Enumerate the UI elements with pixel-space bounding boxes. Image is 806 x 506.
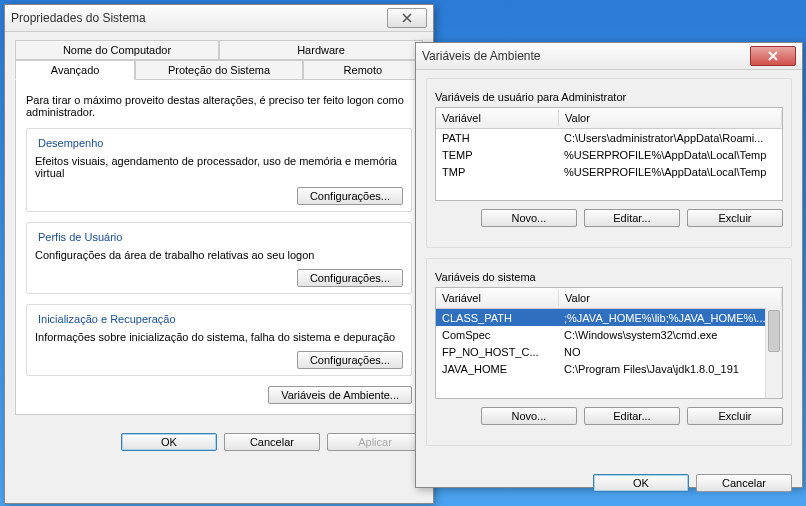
table-row[interactable]: PATHC:\Users\administrator\AppData\Roami…: [436, 129, 782, 146]
system-vars-table[interactable]: Variável Valor CLASS_PATH;%JAVA_HOME%\li…: [435, 287, 783, 399]
user-vars-table[interactable]: Variável Valor PATHC:\Users\administrato…: [435, 107, 783, 201]
environment-variables-window: Variáveis de Ambiente Variáveis de usuár…: [415, 42, 803, 488]
system-delete-button[interactable]: Excluir: [687, 407, 783, 425]
startup-recovery-title: Inicialização e Recuperação: [35, 313, 179, 325]
cell-value: NO: [558, 345, 782, 359]
cell-variable: FP_NO_HOST_C...: [436, 345, 558, 359]
cell-value: C:\Program Files\Java\jdk1.8.0_191: [558, 362, 782, 376]
close-button[interactable]: [387, 8, 427, 28]
performance-group: Desempenho Efeitos visuais, agendamento …: [26, 128, 412, 212]
cell-variable: CLASS_PATH: [436, 311, 558, 325]
cell-variable: TEMP: [436, 148, 558, 162]
col-value[interactable]: Valor: [559, 290, 782, 306]
system-properties-window: Propriedades do Sistema Nome do Computad…: [4, 4, 434, 504]
tab-advanced-panel: Para tirar o máximo proveito destas alte…: [15, 80, 423, 415]
tab-row-2: Avançado Proteção do Sistema Remoto: [15, 60, 423, 81]
startup-recovery-desc: Informações sobre inicialização do siste…: [35, 331, 403, 343]
user-vars-buttons: Novo... Editar... Excluir: [435, 209, 783, 227]
close-button[interactable]: [750, 46, 796, 66]
dialog-buttons: OK Cancelar: [416, 466, 802, 502]
cell-variable: ComSpec: [436, 328, 558, 342]
system-new-button[interactable]: Novo...: [481, 407, 577, 425]
user-vars-label: Variáveis de usuário para Administrator: [435, 91, 783, 103]
cancel-button[interactable]: Cancelar: [224, 433, 320, 451]
environment-variables-button[interactable]: Variáveis de Ambiente...: [268, 386, 412, 404]
cell-value: ;%JAVA_HOME%\lib;%JAVA_HOME%\...: [558, 311, 782, 325]
performance-settings-button[interactable]: Configurações...: [297, 187, 403, 205]
window-title: Variáveis de Ambiente: [422, 49, 750, 63]
system-vars-group: Variáveis do sistema Variável Valor CLAS…: [426, 258, 792, 446]
user-delete-button[interactable]: Excluir: [687, 209, 783, 227]
system-vars-buttons: Novo... Editar... Excluir: [435, 407, 783, 425]
user-new-button[interactable]: Novo...: [481, 209, 577, 227]
col-value[interactable]: Valor: [559, 110, 782, 126]
table-row[interactable]: TEMP%USERPROFILE%\AppData\Local\Temp: [436, 146, 782, 163]
cell-variable: PATH: [436, 131, 558, 145]
titlebar[interactable]: Propriedades do Sistema: [5, 5, 433, 32]
tab-computer-name[interactable]: Nome do Computador: [15, 40, 219, 60]
cell-variable: TMP: [436, 165, 558, 179]
table-row[interactable]: TMP%USERPROFILE%\AppData\Local\Temp: [436, 163, 782, 180]
tab-advanced[interactable]: Avançado: [15, 60, 135, 80]
user-profiles-title: Perfis de Usuário: [35, 231, 125, 243]
intro-text: Para tirar o máximo proveito destas alte…: [26, 94, 412, 118]
scrollbar[interactable]: [765, 308, 782, 398]
close-icon: [402, 13, 412, 23]
startup-recovery-settings-button[interactable]: Configurações...: [297, 351, 403, 369]
table-row[interactable]: FP_NO_HOST_C...NO: [436, 343, 782, 360]
cell-value: %USERPROFILE%\AppData\Local\Temp: [558, 165, 782, 179]
ok-button[interactable]: OK: [121, 433, 217, 451]
cell-value: C:\Windows\system32\cmd.exe: [558, 328, 782, 342]
user-vars-group: Variáveis de usuário para Administrator …: [426, 78, 792, 248]
user-edit-button[interactable]: Editar...: [584, 209, 680, 227]
close-icon: [768, 51, 778, 61]
tab-remote[interactable]: Remoto: [303, 60, 423, 80]
window-title: Propriedades do Sistema: [11, 11, 387, 25]
col-variable[interactable]: Variável: [436, 290, 559, 306]
system-vars-label: Variáveis do sistema: [435, 271, 783, 283]
system-edit-button[interactable]: Editar...: [584, 407, 680, 425]
performance-desc: Efeitos visuais, agendamento de processa…: [35, 155, 403, 179]
window-body: Nome do Computador Hardware Avançado Pro…: [5, 32, 433, 425]
user-profiles-desc: Configurações da área de trabalho relati…: [35, 249, 403, 261]
tab-row-1: Nome do Computador Hardware: [15, 40, 423, 61]
table-header: Variável Valor: [436, 108, 782, 129]
cell-value: %USERPROFILE%\AppData\Local\Temp: [558, 148, 782, 162]
ok-button[interactable]: OK: [593, 474, 689, 492]
scrollbar-thumb[interactable]: [768, 310, 780, 352]
table-row[interactable]: CLASS_PATH;%JAVA_HOME%\lib;%JAVA_HOME%\.…: [436, 309, 782, 326]
table-row[interactable]: ComSpecC:\Windows\system32\cmd.exe: [436, 326, 782, 343]
titlebar[interactable]: Variáveis de Ambiente: [416, 43, 802, 70]
table-row[interactable]: JAVA_HOMEC:\Program Files\Java\jdk1.8.0_…: [436, 360, 782, 377]
startup-recovery-group: Inicialização e Recuperação Informações …: [26, 304, 412, 376]
user-profiles-settings-button[interactable]: Configurações...: [297, 269, 403, 287]
col-variable[interactable]: Variável: [436, 110, 559, 126]
table-header: Variável Valor: [436, 288, 782, 309]
user-profiles-group: Perfis de Usuário Configurações da área …: [26, 222, 412, 294]
cell-value: C:\Users\administrator\AppData\Roami...: [558, 131, 782, 145]
tab-system-protection[interactable]: Proteção do Sistema: [135, 60, 303, 80]
apply-button: Aplicar: [327, 433, 423, 451]
dialog-buttons: OK Cancelar Aplicar: [5, 425, 433, 461]
cell-variable: JAVA_HOME: [436, 362, 558, 376]
tab-hardware[interactable]: Hardware: [219, 40, 423, 60]
window-body: Variáveis de usuário para Administrator …: [416, 70, 802, 466]
cancel-button[interactable]: Cancelar: [696, 474, 792, 492]
performance-title: Desempenho: [35, 137, 106, 149]
